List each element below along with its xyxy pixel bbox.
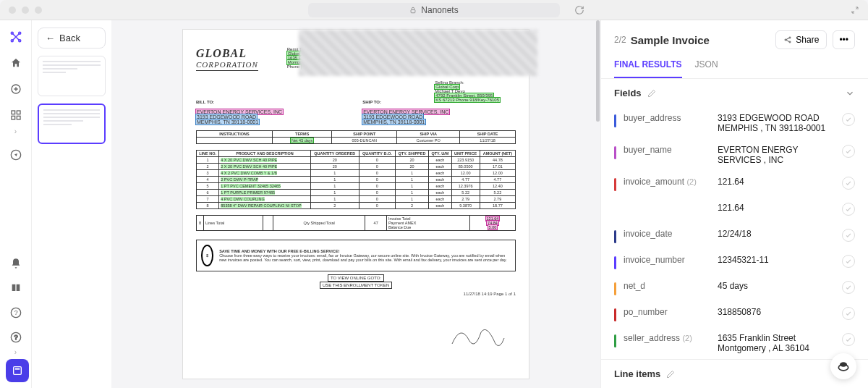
check-circle-icon[interactable]: [842, 145, 855, 158]
check-circle-icon[interactable]: [842, 229, 855, 242]
field-value: 121.64: [718, 177, 835, 187]
page-counter: 2/2: [614, 35, 626, 45]
share-button[interactable]: Share: [775, 30, 827, 49]
totals-table: 8Lines TotalQty Shipped Total47Invoice T…: [196, 215, 516, 231]
field-row[interactable]: buyer_address 3193 EDGEWOOD ROAD MEMPHIS…: [614, 107, 855, 139]
field-row[interactable]: 121.64: [614, 197, 855, 223]
svg-point-18: [789, 41, 791, 43]
field-row[interactable]: buyer_name EVERTON ENERGY SERVICES , INC: [614, 139, 855, 171]
check-circle-icon[interactable]: [842, 333, 855, 346]
field-color-bar: [614, 230, 616, 243]
terms-table: INSTRUCTIONSTERMSSHIP POINTSHIP VIASHIP …: [196, 130, 516, 144]
check-circle-icon[interactable]: [842, 255, 855, 268]
thumbnail-column: ← Back: [32, 20, 111, 388]
browser-chrome: Nanonets: [0, 0, 868, 20]
field-name: net_d: [624, 281, 710, 291]
table-row: 51 PT PVC CEMENT 32465 32465101each12.39…: [197, 183, 516, 190]
field-value: 3193 EDGEWOOD ROAD MEMPHIS , TN 39118-00…: [718, 113, 835, 133]
url-bar: Nanonets: [48, 3, 845, 17]
reload-icon[interactable]: [574, 5, 584, 15]
field-value: 121.64: [718, 203, 835, 213]
dock-button[interactable]: [6, 359, 29, 382]
field-value: 1635 Franklin Street Montgomery , AL 361…: [718, 333, 835, 353]
explore-icon[interactable]: [9, 148, 22, 161]
field-row[interactable]: net_d 45 days: [614, 275, 855, 301]
chevron-right-icon[interactable]: ›: [14, 127, 17, 135]
field-value: 12/24/18: [718, 229, 835, 239]
view-online-box: TO VIEW ONLINE GOTO:: [328, 274, 384, 282]
tab-json[interactable]: JSON: [695, 59, 718, 78]
field-name: buyer_address: [624, 113, 710, 123]
svg-text:?: ?: [14, 309, 17, 316]
app-logo-icon[interactable]: [9, 30, 22, 43]
field-row[interactable]: invoice_amount (2) 121.64: [614, 171, 855, 197]
page-thumbnail-2[interactable]: [38, 104, 106, 144]
field-name: invoice_number: [624, 255, 710, 265]
field-color-bar: [614, 178, 616, 191]
field-color-bar: [614, 308, 616, 321]
field-name: buyer_name: [624, 145, 710, 155]
save-stamp-icon: $: [201, 245, 213, 266]
field-name: invoice_date: [624, 229, 710, 239]
field-value: 318850876: [718, 307, 835, 317]
check-circle-icon[interactable]: [842, 203, 855, 216]
field-color-bar: [614, 334, 616, 347]
chevron-down-icon[interactable]: [845, 88, 855, 98]
home-icon[interactable]: [9, 56, 22, 69]
expand-icon[interactable]: [851, 6, 859, 14]
bill-to: BILL TO: EVERTON ENERGY SERVICES, INC 31…: [196, 93, 283, 125]
field-color-bar: [614, 114, 616, 127]
table-row: 61 PT PURPLE PRIMER 97485101each5.225.22: [197, 190, 516, 196]
results-panel: 2/2 Sample Invoice Share ••• FINAL RESUL…: [600, 20, 868, 388]
field-value: 12345321-11: [718, 255, 835, 265]
svg-rect-0: [411, 9, 415, 12]
enroll-token-box: USE THIS ENROLLMENT TOKEN: [320, 282, 392, 289]
table-row: 74 PVC DWV COUPLING101each2.792.79: [197, 196, 516, 203]
page-thumbnail-1[interactable]: [38, 56, 106, 96]
fields-list: buyer_address 3193 EDGEWOOD ROAD MEMPHIS…: [601, 107, 868, 359]
check-circle-icon[interactable]: [842, 307, 855, 320]
support-icon[interactable]: ?: [9, 331, 22, 344]
field-row[interactable]: invoice_number 12345321-11: [614, 249, 855, 275]
more-button[interactable]: •••: [833, 30, 855, 49]
chevron-right-icon[interactable]: ›: [14, 348, 17, 356]
pencil-icon[interactable]: [666, 370, 675, 379]
back-label: Back: [59, 33, 80, 43]
line-items-table: LINE NO.PRODUCT AND DESCRIPTIONQUANTITY …: [196, 150, 516, 209]
svg-text:?: ?: [14, 334, 17, 341]
field-value: 45 days: [718, 281, 835, 291]
check-circle-icon[interactable]: [842, 281, 855, 294]
fields-section-header[interactable]: Fields: [601, 79, 868, 107]
field-row[interactable]: seller_address (2) 1635 Franklin Street …: [614, 327, 855, 359]
table-row: 42 PVC DWV P-TRAP101each4.774.77: [197, 177, 516, 183]
lineitems-section-header[interactable]: Line items: [601, 359, 868, 388]
check-circle-icon[interactable]: [842, 113, 855, 126]
check-circle-icon[interactable]: [842, 177, 855, 190]
redacted-region: [299, 30, 537, 76]
table-row: 14 X 20 PVC DWV SCH 40 PIPE20020each223.…: [197, 157, 516, 164]
field-row[interactable]: po_number 318850876: [614, 301, 855, 327]
pencil-icon[interactable]: [647, 89, 656, 98]
field-row[interactable]: invoice_date 12/24/18: [614, 223, 855, 249]
svg-rect-6: [12, 111, 15, 114]
document-viewer[interactable]: GLOBAL CORPORATION Remit To: Global Corp…: [111, 20, 600, 388]
svg-rect-22: [15, 368, 20, 370]
table-row: 34 X 2 PVC DWV COMB Y & 1/8101each12.001…: [197, 170, 516, 177]
svg-rect-7: [17, 111, 20, 114]
help-icon[interactable]: ?: [9, 306, 22, 319]
url-pill[interactable]: Nanonets: [308, 3, 559, 17]
bell-icon[interactable]: [9, 257, 22, 270]
tab-final-results[interactable]: FINAL RESULTS: [614, 59, 682, 78]
field-value: EVERTON ENERGY SERVICES , INC: [718, 145, 835, 165]
field-color-bar: [614, 146, 616, 159]
assistant-button[interactable]: [830, 353, 856, 379]
field-color-bar: [614, 282, 616, 295]
book-icon[interactable]: [9, 282, 22, 295]
document-page: GLOBAL CORPORATION Remit To: Global Corp…: [182, 29, 529, 379]
svg-rect-21: [14, 367, 22, 375]
add-icon[interactable]: [9, 83, 22, 96]
results-tabs: FINAL RESULTS JSON: [601, 49, 868, 79]
promo-box: $ SAVE TIME AND MONEY WITH OUR FREE E-BI…: [196, 240, 516, 271]
back-button[interactable]: ← Back: [38, 28, 106, 48]
apps-icon[interactable]: [9, 109, 22, 122]
